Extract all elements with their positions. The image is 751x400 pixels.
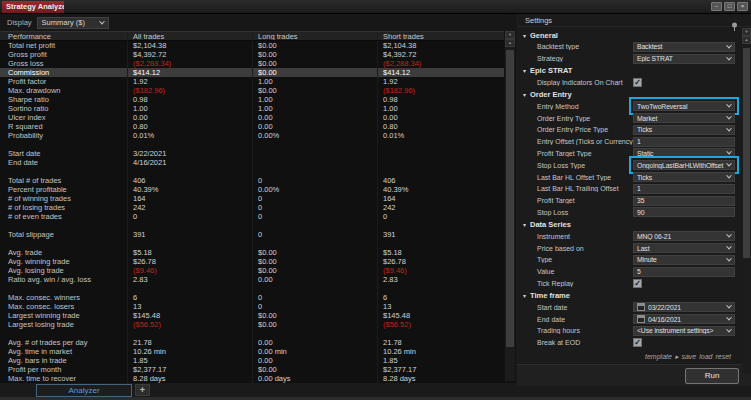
- date-box[interactable]: 04/16/2021: [633, 314, 735, 324]
- column-header-long-trades[interactable]: Long trades: [253, 32, 378, 40]
- table-row[interactable]: [0, 329, 504, 338]
- window-title[interactable]: Strategy Analyzer: [2, 1, 64, 13]
- settings-scrollbar[interactable]: ▼▲: [742, 28, 751, 373]
- dropdown[interactable]: Backtest: [633, 42, 735, 52]
- checkbox[interactable]: ✓: [633, 77, 735, 87]
- save-link[interactable]: save: [681, 353, 696, 360]
- restore-button[interactable]: □: [724, 2, 735, 11]
- select-box[interactable]: MNQ 06-21: [633, 231, 735, 241]
- checkbox-box[interactable]: ✓: [633, 279, 642, 288]
- text-input[interactable]: 35: [633, 196, 735, 206]
- dropdown[interactable]: Minute: [633, 255, 735, 265]
- add-tab-button[interactable]: +: [135, 384, 150, 396]
- table-row[interactable]: # of losing trades2420242: [0, 203, 504, 212]
- text-input[interactable]: 5: [633, 267, 735, 277]
- reset-link[interactable]: reset: [715, 353, 731, 360]
- scroll-up-icon[interactable]: ▲: [742, 36, 751, 44]
- table-row[interactable]: Profit factor1.921.001.92: [0, 77, 504, 86]
- text-input[interactable]: 1: [633, 184, 735, 194]
- table-row[interactable]: [0, 284, 504, 293]
- table-row[interactable]: Max. consec. winners606: [0, 293, 504, 302]
- table-row[interactable]: Avg. trade$5.18$0.00$5.18: [0, 248, 504, 257]
- select-box[interactable]: Epic STRAT: [633, 54, 735, 64]
- tab-analyzer[interactable]: Analyzer: [36, 384, 132, 397]
- settings-group-header[interactable]: ▾Epic STRAT: [517, 65, 740, 77]
- minimize-button[interactable]: –: [711, 2, 722, 11]
- table-row[interactable]: # of winning trades1640164: [0, 194, 504, 203]
- input-box[interactable]: 35: [633, 196, 735, 206]
- table-row[interactable]: Ratio avg. win / avg. loss2.830.002.83: [0, 275, 504, 284]
- select-box[interactable]: Last: [633, 243, 735, 253]
- run-button[interactable]: Run: [685, 368, 739, 384]
- display-dropdown[interactable]: Summary ($): [37, 17, 109, 29]
- select-box[interactable]: Minute: [633, 255, 735, 265]
- dropdown[interactable]: Ticks: [633, 172, 735, 182]
- settings-group-header[interactable]: ▾Time frame: [517, 289, 740, 301]
- input-box[interactable]: 1: [633, 184, 735, 194]
- table-row[interactable]: [0, 239, 504, 248]
- select-box[interactable]: Static: [633, 148, 735, 158]
- table-row[interactable]: Percent profitable40.39%0.00%40.39%: [0, 185, 504, 194]
- checkbox-box[interactable]: ✓: [633, 78, 642, 87]
- table-row[interactable]: # of even trades000: [0, 212, 504, 221]
- checkbox[interactable]: ✓: [633, 278, 735, 288]
- table-row[interactable]: Avg. winning trade$26.78$0.00$26.78: [0, 257, 504, 266]
- input-box[interactable]: 90: [633, 207, 735, 217]
- date-box[interactable]: 03/22/2021: [633, 302, 735, 312]
- dropdown[interactable]: Static: [633, 148, 735, 158]
- settings-group-header[interactable]: ▾General: [517, 29, 740, 41]
- template-link[interactable]: template: [645, 353, 672, 360]
- table-row[interactable]: Ulcer index0.000.000.00: [0, 113, 504, 122]
- input-box[interactable]: 5: [633, 267, 735, 277]
- table-row[interactable]: Total slippage3910391: [0, 230, 504, 239]
- scrollbar-thumb[interactable]: [506, 50, 514, 347]
- table-row[interactable]: Total # of trades4060406: [0, 176, 504, 185]
- table-row[interactable]: Avg. # of trades per day21.780.0021.78: [0, 338, 504, 347]
- column-header-all-trades[interactable]: All trades: [128, 32, 253, 40]
- select-box[interactable]: Market: [633, 113, 735, 123]
- checkbox-box[interactable]: ✓: [633, 338, 642, 347]
- table-row[interactable]: Sharpe ratio0.981.000.98: [0, 95, 504, 104]
- table-row[interactable]: Avg. losing trade($9.46)$0.00($9.46): [0, 266, 504, 275]
- dropdown[interactable]: OngoingLastBarHLWithOffset: [633, 160, 735, 170]
- input-box[interactable]: 1: [633, 137, 735, 147]
- select-box[interactable]: OngoingLastBarHLWithOffset: [633, 160, 735, 170]
- table-row[interactable]: R squared0.800.000.80: [0, 122, 504, 131]
- table-row[interactable]: Max. time to recover8.28 days0.00 days8.…: [0, 374, 504, 383]
- table-row[interactable]: End date4/16/2021: [0, 158, 504, 167]
- table-row[interactable]: Avg. time in market10.26 min0.00 min10.2…: [0, 347, 504, 356]
- table-row[interactable]: Start date3/22/2021: [0, 149, 504, 158]
- table-row[interactable]: [0, 221, 504, 230]
- table-row[interactable]: Profit per month$2,377.17$0.00$2,377.17: [0, 365, 504, 374]
- table-row[interactable]: Gross loss($2,288.34)$0.00($2,288.34): [0, 59, 504, 68]
- close-button[interactable]: ×: [737, 2, 748, 11]
- table-row[interactable]: [0, 140, 504, 149]
- table-row[interactable]: Max. drawdown($182.96)$0.00($182.96): [0, 86, 504, 95]
- dropdown[interactable]: Ticks: [633, 125, 735, 135]
- table-row[interactable]: Gross profit$4,392.72$0.00$4,392.72: [0, 50, 504, 59]
- dropdown[interactable]: Epic STRAT: [633, 54, 735, 64]
- dropdown[interactable]: Market: [633, 113, 735, 123]
- select-box[interactable]: Ticks: [633, 172, 735, 182]
- table-row[interactable]: Largest losing trade($56.52)$0.00($56.52…: [0, 320, 504, 329]
- text-input[interactable]: 90: [633, 207, 735, 217]
- date-picker[interactable]: 03/22/2021: [633, 302, 735, 312]
- table-row[interactable]: Avg. bars in trade1.850.001.85: [0, 356, 504, 365]
- settings-group-header[interactable]: ▾Order Entry: [517, 88, 740, 100]
- dropdown[interactable]: MNQ 06-21: [633, 231, 735, 241]
- scroll-down-icon[interactable]: ▼: [505, 31, 515, 39]
- text-input[interactable]: 1: [633, 137, 735, 147]
- settings-group-header[interactable]: ▾Data Series: [517, 218, 740, 230]
- column-header-short-trades[interactable]: Short trades: [378, 32, 504, 40]
- scroll-up-icon[interactable]: ▲: [505, 39, 515, 47]
- checkbox[interactable]: ✓: [633, 338, 735, 348]
- table-row[interactable]: Sortino ratio1.001.001.00: [0, 104, 504, 113]
- table-row[interactable]: Probability0.01%0.00%0.01%: [0, 131, 504, 140]
- table-row[interactable]: Largest winning trade$145.48$0.00$145.48: [0, 311, 504, 320]
- select-box[interactable]: <Use instrument settings>: [633, 326, 735, 336]
- table-row[interactable]: Max. consec. losers13013: [0, 302, 504, 311]
- dropdown[interactable]: Last: [633, 243, 735, 253]
- load-link[interactable]: load: [699, 353, 712, 360]
- dropdown[interactable]: TwoTwoReversal: [633, 101, 735, 111]
- select-box[interactable]: Ticks: [633, 125, 735, 135]
